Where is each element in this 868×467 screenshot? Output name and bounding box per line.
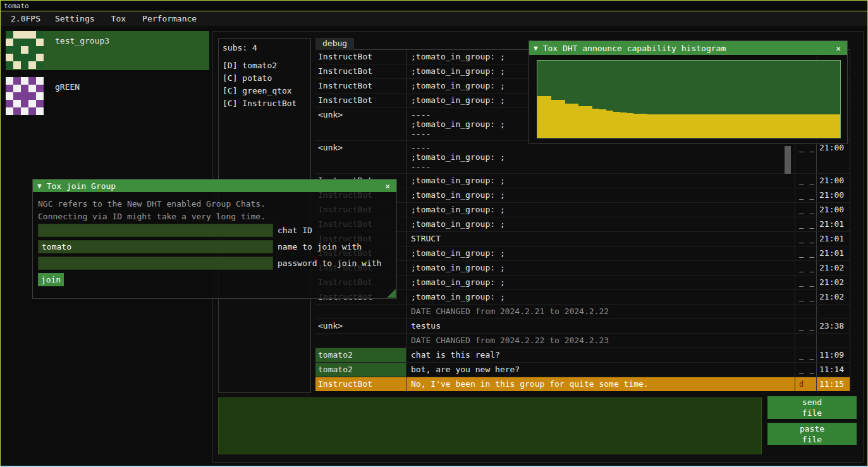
join-description-line: NGC refers to the New DHT enabled Group … [38, 198, 396, 210]
message-flags: _ _ [795, 319, 816, 333]
message-text: chat is this real? [406, 348, 795, 362]
menu-item-settings[interactable]: Settings [47, 12, 103, 25]
histogram-bar [633, 114, 640, 138]
member-item[interactable]: [C] green_qtox [223, 85, 307, 97]
histogram-bar [654, 114, 661, 138]
message-time: 21:00 [816, 203, 850, 217]
histogram-bar [771, 114, 778, 138]
join-group-title: Tox join Group [47, 181, 116, 191]
join-input-name-to-join-with[interactable] [38, 240, 273, 253]
histogram-bar [599, 109, 606, 138]
histogram-bar [764, 114, 771, 138]
histogram-bar [785, 114, 792, 138]
member-item[interactable]: [D] tomato2 [223, 59, 307, 72]
message-sender: InstructBot [315, 79, 406, 93]
histogram-bar [751, 114, 758, 138]
fps-counter: 2.0FPS [4, 12, 47, 25]
scrollbar-thumb[interactable] [785, 146, 791, 174]
join-group-window: ▼ Tox join Group ✕ NGC refers to the New… [32, 179, 397, 299]
message-row[interactable]: DATE CHANGED from 2024.2.21 to 2024.2.22 [315, 305, 850, 319]
histogram-title: Tox DHT announce capability histogram [543, 44, 726, 53]
contact-list: test_group3gREEN [6, 31, 209, 116]
send-file-button[interactable]: send file [767, 396, 857, 419]
paste-file-button[interactable]: paste file [767, 423, 857, 445]
message-text: ;tomato_in_group: ; [406, 174, 795, 188]
collapse-icon[interactable]: ▼ [534, 44, 538, 52]
message-time: 11:15 [816, 377, 850, 391]
histogram-bar [820, 114, 827, 138]
collapse-icon[interactable]: ▼ [37, 182, 42, 190]
histogram-titlebar[interactable]: ▼ Tox DHT announce capability histogram … [529, 41, 847, 55]
join-group-titlebar[interactable]: ▼ Tox join Group ✕ [33, 179, 396, 192]
message-flags: _ _ [795, 290, 816, 304]
message-row[interactable]: tomato2bot, are you new here?_ _11:14 [315, 363, 850, 377]
avatar [6, 77, 44, 115]
join-input-password-to-join-with[interactable] [38, 257, 273, 270]
menu-item-tox[interactable]: Tox [103, 12, 134, 25]
message-flags: _ _ [795, 174, 816, 188]
message-time: 11:09 [816, 348, 850, 362]
join-field-label: password to join with [278, 258, 381, 268]
histogram-bar [578, 106, 585, 138]
join-button[interactable]: join [38, 273, 64, 286]
contact-name: gREEN [44, 77, 80, 92]
join-field-label: chat ID [278, 226, 312, 235]
message-text: bot, are you new here? [406, 363, 795, 377]
window-titlebar[interactable]: tomato [1, 1, 867, 11]
histogram-bar [558, 100, 565, 138]
message-text: ;tomato_in_group: ; [406, 188, 795, 202]
message-sender: <unk> [315, 108, 406, 140]
histogram-bar [682, 114, 689, 138]
histogram-window: ▼ Tox DHT announce capability histogram … [529, 40, 848, 144]
histogram-bar [799, 114, 806, 138]
message-time: 21:00 [816, 174, 850, 188]
resize-grip-icon[interactable] [387, 289, 396, 298]
histogram-bar [716, 114, 723, 138]
message-flags [795, 334, 816, 348]
message-row[interactable]: DATE CHANGED from 2024.2.22 to 2024.2.23 [315, 334, 850, 348]
histogram-bar [702, 114, 709, 138]
histogram-bar [792, 114, 799, 138]
tab-debug[interactable]: debug [315, 38, 354, 50]
message-text: ;tomato_in_group: ; [406, 276, 795, 289]
histogram-bar [572, 104, 578, 138]
close-icon[interactable]: ✕ [834, 44, 843, 53]
contact-item[interactable]: test_group3 [6, 31, 209, 70]
message-text: DATE CHANGED from 2024.2.22 to 2024.2.23 [406, 334, 795, 348]
histogram-bar [620, 112, 627, 138]
message-sender: tomato2 [315, 363, 406, 377]
message-flags: _ _ [795, 188, 816, 202]
menu-item-performance[interactable]: Performance [134, 12, 205, 25]
member-item[interactable]: [C] InstructBot [223, 97, 307, 110]
message-row[interactable]: tomato2chat is this real?_ _11:09 [315, 348, 850, 363]
histogram-bar [606, 111, 613, 138]
histogram-bar [689, 114, 696, 138]
histogram-plot[interactable] [537, 60, 841, 138]
message-time: 21:01 [816, 246, 850, 260]
message-flags: _ _ [795, 363, 816, 377]
message-input[interactable] [218, 397, 762, 454]
menu-bar: 2.0FPS SettingsToxPerformance [1, 11, 867, 26]
histogram-bar [647, 114, 654, 138]
message-time: 21:01 [816, 217, 850, 231]
member-item[interactable]: [C] potato [223, 72, 307, 85]
contact-item[interactable]: gREEN [6, 77, 209, 116]
close-icon[interactable]: ✕ [383, 181, 392, 191]
message-text: No, I've been in this group for quite so… [406, 377, 795, 391]
message-text: ;tomato_in_group: ; [406, 246, 795, 260]
join-description-line: Connecting via ID might take a very long… [38, 210, 396, 223]
join-field-row: chat ID [38, 224, 312, 237]
app-window: tomato 2.0FPS SettingsToxPerformance tes… [0, 0, 868, 467]
histogram-bar [537, 96, 544, 138]
message-text: ;tomato_in_group: ; [406, 261, 795, 275]
join-input-chat-ID[interactable] [38, 224, 273, 237]
histogram-bar [709, 114, 716, 138]
message-flags: _ _ [795, 261, 816, 275]
message-row[interactable]: <unk>testus_ _23:38 [315, 319, 850, 334]
message-row[interactable]: <unk>---- ;tomato_in_group: ; ----_ _21:… [315, 141, 850, 174]
join-field-row: name to join with [38, 240, 362, 253]
message-text: ---- ;tomato_in_group: ; ---- [406, 141, 795, 173]
join-field-row: password to join with [38, 257, 381, 270]
message-time [816, 305, 850, 318]
message-row[interactable]: InstructBotNo, I've been in this group f… [315, 377, 850, 391]
